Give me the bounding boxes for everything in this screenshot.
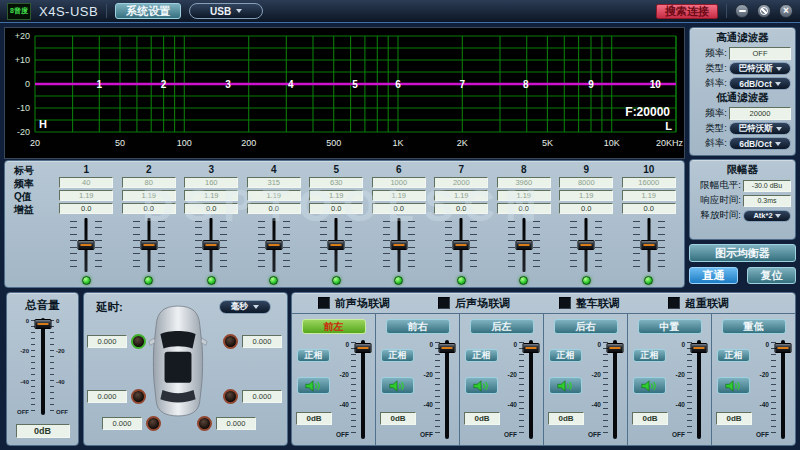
band-gain-slider[interactable]	[505, 218, 543, 272]
delay-value-sub-right[interactable]	[216, 417, 256, 430]
lpf-freq-input[interactable]	[729, 107, 791, 120]
band-q-input[interactable]	[184, 190, 238, 201]
delay-indicator-sub-right[interactable]	[197, 416, 212, 431]
slider-handle[interactable]	[523, 343, 540, 353]
band-gain-input[interactable]	[372, 203, 426, 214]
limiter-release-select[interactable]: Atk*2	[743, 210, 791, 222]
search-connect-button[interactable]: 搜索连接	[656, 4, 718, 19]
slider-handle[interactable]	[515, 240, 532, 250]
phase-button[interactable]: 正相	[717, 349, 750, 362]
channel-gain-slider[interactable]: 0-20-40OFF	[417, 338, 457, 441]
band-gain-slider[interactable]	[192, 218, 230, 272]
band-freq-input[interactable]	[372, 177, 426, 188]
band-gain-slider[interactable]	[255, 218, 293, 272]
channel-gain-slider[interactable]: 0-20-40OFF	[501, 338, 541, 441]
checkbox[interactable]	[318, 297, 330, 309]
bypass-button[interactable]: 直通	[689, 267, 738, 284]
channel-gain-value[interactable]	[632, 412, 668, 425]
band-q-input[interactable]	[122, 190, 176, 201]
band-freq-input[interactable]	[247, 177, 301, 188]
slider-handle[interactable]	[607, 343, 624, 353]
phase-button[interactable]: 正相	[633, 349, 666, 362]
band-freq-input[interactable]	[309, 177, 363, 188]
delay-value-front-left[interactable]	[87, 335, 127, 348]
channel-gain-value[interactable]	[296, 412, 332, 425]
slider-handle[interactable]	[34, 319, 51, 329]
hpf-freq-input[interactable]	[729, 47, 791, 60]
band-gain-slider[interactable]	[567, 218, 605, 272]
graphic-eq-button[interactable]: 图示均衡器	[689, 244, 796, 262]
channel-select-button[interactable]: 后右	[554, 319, 618, 334]
delay-indicator-rear-left[interactable]	[131, 389, 146, 404]
master-volume-slider[interactable]: 0-20-40OFF 0-20-40OFF	[13, 316, 72, 417]
mute-button[interactable]	[549, 377, 582, 394]
delay-value-front-right[interactable]	[242, 335, 282, 348]
slider-handle[interactable]	[775, 343, 792, 353]
channel-gain-value[interactable]	[464, 412, 500, 425]
band-gain-slider[interactable]	[67, 218, 105, 272]
delay-indicator-rear-right[interactable]	[223, 389, 238, 404]
hpf-type-select[interactable]: 巴特沃斯	[729, 62, 791, 75]
mute-button[interactable]	[717, 377, 750, 394]
band-q-input[interactable]	[59, 190, 113, 201]
band-gain-slider[interactable]	[317, 218, 355, 272]
band-q-input[interactable]	[497, 190, 551, 201]
delay-value-sub-left[interactable]	[102, 417, 142, 430]
channel-gain-slider[interactable]: 0-20-40OFF	[753, 338, 793, 441]
band-freq-input[interactable]	[59, 177, 113, 188]
band-gain-input[interactable]	[247, 203, 301, 214]
band-freq-input[interactable]	[497, 177, 551, 188]
checkbox[interactable]	[559, 297, 571, 309]
band-q-input[interactable]	[622, 190, 676, 201]
mute-button[interactable]	[297, 377, 330, 394]
channel-select-button[interactable]: 前左	[302, 319, 366, 334]
delay-value-rear-right[interactable]	[242, 390, 282, 403]
channel-select-button[interactable]: 后左	[470, 319, 534, 334]
checkbox[interactable]	[438, 297, 450, 309]
slider-handle[interactable]	[453, 240, 470, 250]
phase-button[interactable]: 正相	[549, 349, 582, 362]
band-freq-input[interactable]	[434, 177, 488, 188]
delay-unit-select[interactable]: 毫秒	[219, 300, 271, 314]
channel-gain-slider[interactable]: 0-20-40OFF	[585, 338, 625, 441]
lpf-type-select[interactable]: 巴特沃斯	[729, 122, 791, 135]
delay-indicator-front-right[interactable]	[223, 334, 238, 349]
band-gain-input[interactable]	[122, 203, 176, 214]
slider-handle[interactable]	[140, 240, 157, 250]
hpf-slope-select[interactable]: 6dB/Oct	[729, 77, 791, 90]
checkbox[interactable]	[668, 297, 680, 309]
channel-gain-value[interactable]	[380, 412, 416, 425]
slider-handle[interactable]	[640, 240, 657, 250]
band-gain-input[interactable]	[434, 203, 488, 214]
channel-select-button[interactable]: 前右	[386, 319, 450, 334]
band-gain-slider[interactable]	[630, 218, 668, 272]
channel-gain-value[interactable]	[548, 412, 584, 425]
delay-indicator-front-left[interactable]	[131, 334, 146, 349]
limiter-attack-input[interactable]	[743, 195, 791, 207]
phase-button[interactable]: 正相	[297, 349, 330, 362]
band-freq-input[interactable]	[559, 177, 613, 188]
band-gain-slider[interactable]	[130, 218, 168, 272]
band-gain-input[interactable]	[309, 203, 363, 214]
mute-button[interactable]	[633, 377, 666, 394]
restore-button[interactable]	[757, 4, 771, 18]
band-q-input[interactable]	[434, 190, 488, 201]
slider-handle[interactable]	[328, 240, 345, 250]
band-gain-input[interactable]	[497, 203, 551, 214]
system-settings-button[interactable]: 系统设置	[115, 3, 181, 19]
lpf-slope-select[interactable]: 6dB/Oct	[729, 137, 791, 150]
band-gain-input[interactable]	[59, 203, 113, 214]
device-select[interactable]: USB	[189, 3, 263, 19]
band-gain-input[interactable]	[622, 203, 676, 214]
channel-gain-slider[interactable]: 0-20-40OFF	[669, 338, 709, 441]
slider-handle[interactable]	[355, 343, 372, 353]
slider-handle[interactable]	[390, 240, 407, 250]
delay-indicator-sub-left[interactable]	[146, 416, 161, 431]
link-checkbox-group-1[interactable]: 后声场联调	[438, 296, 510, 311]
slider-handle[interactable]	[265, 240, 282, 250]
band-q-input[interactable]	[559, 190, 613, 201]
band-freq-input[interactable]	[184, 177, 238, 188]
mute-button[interactable]	[465, 377, 498, 394]
slider-handle[interactable]	[691, 343, 708, 353]
link-checkbox-group-2[interactable]: 整车联调	[559, 296, 620, 311]
